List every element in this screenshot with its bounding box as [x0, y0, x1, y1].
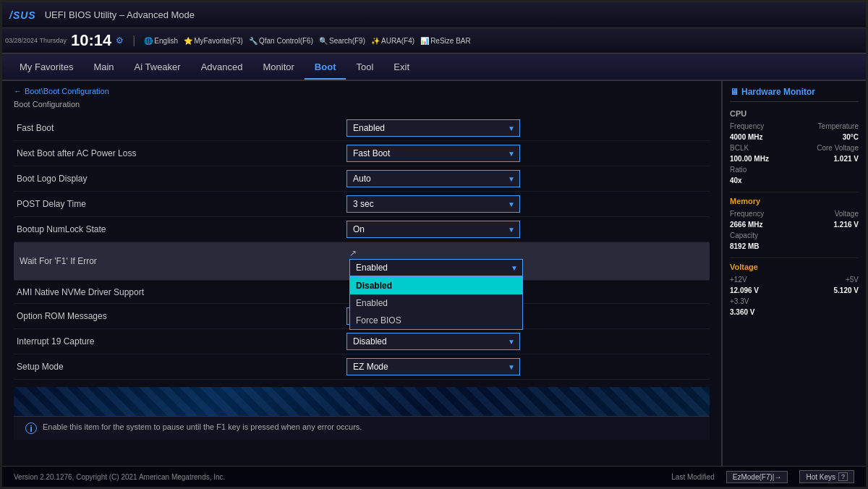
nav-exit[interactable]: Exit [383, 56, 420, 80]
main-nav: My Favorites Main Ai Tweaker Advanced Mo… [2, 54, 866, 81]
setting-numlock: Bootup NumLock State On [14, 217, 710, 242]
shortcut-resizebar[interactable]: 📊 ReSize BAR [420, 37, 471, 45]
option-enabled[interactable]: Enabled [350, 294, 522, 312]
next-boot-label: Next Boot after AC Power Loss [14, 148, 346, 158]
post-delay-label: POST Delay Time [14, 199, 346, 209]
memory-capacity-value-row: 8192 MB [730, 242, 859, 250]
setup-mode-label: Setup Mode [14, 362, 346, 372]
help-icon: ? [838, 472, 848, 481]
memory-capacity-label: Capacity [730, 231, 758, 239]
ez-mode-button[interactable]: EzMode(F7)|→ [726, 471, 788, 483]
breadcrumb-arrow: ← [14, 87, 22, 95]
memory-section-title: Memory [730, 197, 859, 205]
cpu-bclk-row: BCLK Core Voltage [730, 144, 859, 152]
boot-logo-dropdown[interactable]: Auto [346, 170, 520, 187]
memory-voltage-value: 1.216 V [834, 221, 859, 229]
cpu-frequency-row: Frequency Temperature [730, 122, 859, 130]
content-area: ← Boot\Boot Configuration Boot Configura… [2, 81, 866, 466]
hot-keys-button[interactable]: Hot Keys ? [799, 470, 854, 483]
nvme-label: AMI Native NVMe Driver Support [14, 287, 346, 297]
memory-frequency-label: Frequency [730, 210, 764, 218]
wait-f1-label: Wait For 'F1' If Error [17, 256, 349, 266]
nav-boot[interactable]: Boot [305, 56, 346, 80]
footer-version: Version 2.20.1276, Copyright (C) 2021 Am… [14, 473, 225, 481]
breadcrumb-path: Boot\Boot Configuration [25, 87, 109, 95]
interrupt19-dropdown[interactable]: Disabled [346, 333, 520, 350]
footer: Version 2.20.1276, Copyright (C) 2021 Am… [2, 466, 866, 487]
voltage-5v-label: +5V [846, 276, 859, 284]
gear-icon[interactable]: ⚙ [116, 35, 124, 46]
separator-2 [730, 258, 859, 258]
hot-keys-label: Hot Keys [806, 473, 835, 481]
cpu-bclk-value: 100.00 MHz [730, 155, 769, 163]
breadcrumb: ← Boot\Boot Configuration [14, 87, 710, 95]
voltage-33v-value-row: 3.360 V [730, 308, 859, 316]
next-boot-dropdown[interactable]: Fast Boot [346, 145, 520, 162]
fast-boot-dropdown[interactable]: Enabled [346, 119, 520, 137]
next-boot-value: Fast Boot [346, 145, 710, 162]
memory-frequency-value: 2666 MHz [730, 221, 763, 229]
nav-ai-tweaker[interactable]: Ai Tweaker [124, 56, 191, 80]
hw-monitor-title: 🖥 Hardware Monitor [730, 87, 859, 102]
voltage-12v-row: +12V +5V [730, 276, 859, 284]
setup-mode-value: EZ Mode [346, 358, 710, 375]
interrupt19-label: Interrupt 19 Capture [14, 336, 346, 346]
wait-f1-dropdown[interactable]: Enabled [349, 259, 523, 276]
cpu-ratio-row: Ratio [730, 166, 859, 174]
shortcut-search[interactable]: 🔍 Search(F9) [319, 37, 365, 45]
voltage-12v-label: +12V [730, 276, 747, 284]
aura-icon: ✨ [371, 37, 380, 45]
resize-icon: 📊 [420, 37, 429, 45]
cpu-bclk-label: BCLK [730, 144, 749, 152]
numlock-dropdown[interactable]: On [346, 221, 520, 238]
cpu-section: CPU Frequency Temperature 4000 MHz 30°C … [730, 109, 859, 184]
voltage-33v-label: +3.3V [730, 297, 749, 305]
post-delay-value: 3 sec [346, 195, 710, 213]
cpu-ratio-value: 40x [730, 177, 742, 184]
info-bar: i Enable this item for the system to pau… [14, 416, 710, 440]
time-display: 10:14 [71, 31, 111, 50]
cursor: ↗ [349, 248, 357, 258]
info-text: Enable this item for the system to pause… [43, 422, 362, 431]
cpu-ratio-label: Ratio [730, 166, 746, 174]
main-settings-panel: ← Boot\Boot Configuration Boot Configura… [2, 81, 721, 466]
memory-capacity-row: Capacity [730, 231, 859, 239]
star-icon: ⭐ [184, 37, 192, 45]
option-force-bios[interactable]: Force BIOS [350, 312, 522, 329]
fast-boot-value: Enabled [346, 119, 710, 137]
nav-my-favorites[interactable]: My Favorites [9, 56, 83, 80]
cpu-temperature-label: Temperature [818, 122, 859, 130]
nav-advanced[interactable]: Advanced [191, 56, 253, 80]
interrupt19-value: Disabled [346, 333, 710, 350]
shortcut-aura[interactable]: ✨ AURA(F4) [371, 37, 414, 45]
numlock-value: On [346, 221, 710, 238]
memory-frequency-value-row: 2666 MHz 1.216 V [730, 221, 859, 229]
post-delay-dropdown[interactable]: 3 sec [346, 195, 520, 213]
asus-logo: /SUS [9, 9, 36, 21]
shortcuts-bar: 🌐 English ⭐ MyFavorite(F3) 🔧 Qfan Contro… [144, 37, 470, 45]
bios-screen: /SUS UEFI BIOS Utility – Advanced Mode 0… [0, 0, 868, 489]
cpu-frequency-value-row: 4000 MHz 30°C [730, 133, 859, 141]
nav-main[interactable]: Main [83, 56, 124, 80]
shortcut-myfavorite[interactable]: ⭐ MyFavorite(F3) [184, 37, 243, 45]
fan-icon: 🔧 [249, 37, 258, 45]
wait-f1-dropdown-container: Enabled Disabled Enabled Force BIOS [349, 259, 523, 276]
shortcut-qfan[interactable]: 🔧 Qfan Control(F6) [249, 37, 313, 45]
setting-interrupt19: Interrupt 19 Capture Disabled [14, 329, 710, 354]
fast-boot-label: Fast Boot [14, 123, 346, 133]
hw-monitor-panel: 🖥 Hardware Monitor CPU Frequency Tempera… [721, 81, 866, 466]
numlock-label: Bootup NumLock State [14, 224, 346, 234]
option-rom-label: Option ROM Messages [14, 311, 346, 321]
setup-mode-dropdown[interactable]: EZ Mode [346, 358, 520, 375]
option-disabled[interactable]: Disabled [350, 277, 522, 294]
wait-f1-value: ↗ Enabled Disabled Enabled Force BIOS [349, 246, 707, 276]
clock-area: 03/28/2024 Thursday 10:14 ⚙ | 🌐 English … [2, 28, 866, 54]
monitor-icon: 🖥 [730, 87, 739, 97]
decorative-banner [14, 387, 710, 416]
nav-monitor[interactable]: Monitor [253, 56, 305, 80]
memory-capacity-value: 8192 MB [730, 242, 760, 250]
cpu-core-voltage-label: Core Voltage [817, 144, 859, 152]
nav-tool[interactable]: Tool [346, 56, 383, 80]
date-time: 03/28/2024 Thursday 10:14 ⚙ [5, 31, 124, 50]
shortcut-english[interactable]: 🌐 English [144, 37, 178, 45]
